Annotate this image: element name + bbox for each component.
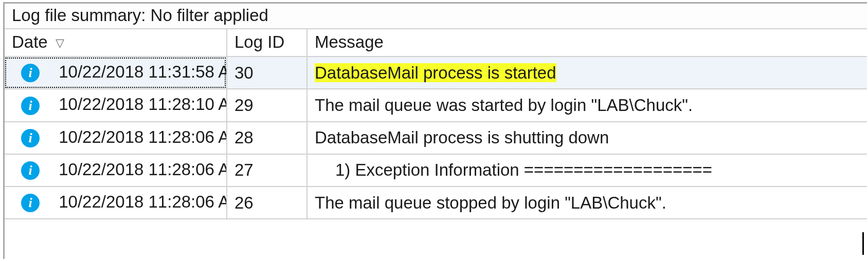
column-header-logid-label: Log ID xyxy=(234,32,284,51)
info-icon: i xyxy=(20,96,41,116)
cell-message: The mail queue was started by login "LAB… xyxy=(315,96,693,115)
column-header-date[interactable]: Date ▽ xyxy=(5,29,227,57)
table-row[interactable]: i 10/22/2018 11:31:58 AM 30 DatabaseMail… xyxy=(5,57,867,89)
cell-date: 10/22/2018 11:28:06 AM xyxy=(59,127,227,146)
cell-message: DatabaseMail process is shutting down xyxy=(315,128,609,147)
cell-logid: 28 xyxy=(234,128,254,147)
column-header-message[interactable]: Message xyxy=(307,29,867,57)
cell-logid: 26 xyxy=(234,193,254,212)
cell-message: DatabaseMail process is started xyxy=(315,63,556,82)
cell-logid: 29 xyxy=(234,96,254,115)
cell-date: 10/22/2018 11:28:06 AM xyxy=(59,160,227,179)
sort-desc-icon: ▽ xyxy=(56,36,64,50)
cell-message: 1) Exception Information ===============… xyxy=(315,160,712,180)
summary-bar: Log file summary: No filter applied xyxy=(5,4,867,29)
table-row[interactable]: i 10/22/2018 11:28:10 AM 29 The mail que… xyxy=(5,89,867,121)
table-row[interactable]: i 10/22/2018 11:28:06 AM 28 DatabaseMail… xyxy=(5,122,867,154)
column-header-logid[interactable]: Log ID xyxy=(227,29,307,57)
table-row[interactable]: i 10/22/2018 11:28:06 AM 27 1) Exception… xyxy=(5,154,867,187)
log-grid[interactable]: Date ▽ Log ID Message i 10/22/2018 11:31… xyxy=(5,29,867,219)
table-row[interactable]: i 10/22/2018 11:28:06 AM 26 The mail que… xyxy=(5,187,867,219)
text-caret xyxy=(862,232,864,255)
column-header-date-label: Date xyxy=(12,32,48,51)
info-icon: i xyxy=(20,193,41,213)
cell-date: 10/22/2018 11:28:10 AM xyxy=(59,95,227,114)
info-icon: i xyxy=(20,160,41,181)
cell-message: The mail queue stopped by login "LAB\Chu… xyxy=(315,193,666,212)
cell-logid: 30 xyxy=(234,63,254,82)
header-row: Date ▽ Log ID Message xyxy=(5,29,867,57)
summary-text: Log file summary: No filter applied xyxy=(12,6,268,25)
info-icon: i xyxy=(20,63,41,83)
info-icon: i xyxy=(20,128,41,148)
cell-date: 10/22/2018 11:31:58 AM xyxy=(59,62,227,81)
cell-logid: 27 xyxy=(234,160,254,179)
log-viewer-panel: Log file summary: No filter applied Date… xyxy=(3,2,867,259)
cell-date: 10/22/2018 11:28:06 AM xyxy=(59,192,227,211)
column-header-message-label: Message xyxy=(315,32,384,51)
